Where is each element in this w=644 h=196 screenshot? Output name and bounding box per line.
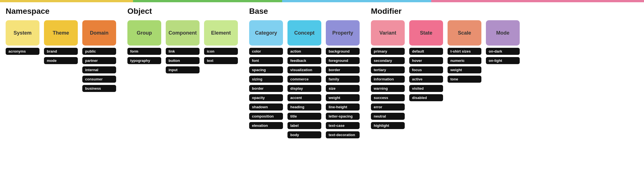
tag-internal: internal	[82, 66, 116, 73]
section-separator	[238, 7, 249, 138]
column-modifier-1: Statedefaulthoverfocusactivevisiteddisab…	[409, 20, 443, 129]
category-box-group: Group	[127, 20, 161, 46]
tag-body: body	[287, 131, 321, 138]
tag-input: input	[166, 66, 200, 73]
tag-composition: composition	[249, 113, 283, 120]
tag-line-height: line-height	[326, 103, 360, 111]
column-namespace-2: Domainpublicpartnerinternalconsumerbusin…	[82, 20, 116, 92]
section-object: ObjectGroupformtypographyComponentlinkbu…	[127, 7, 238, 138]
tag-commerce: commerce	[287, 76, 321, 83]
tag-visualization: visualization	[287, 66, 321, 73]
tag-t-shirt-sizes: t-shirt sizes	[448, 48, 481, 55]
tag-opacity: opacity	[249, 94, 283, 101]
tag-active: active	[409, 76, 443, 83]
tag-text-case: text-case	[326, 122, 360, 129]
tag-hover: hover	[409, 57, 443, 64]
tag-visited: visited	[409, 85, 443, 92]
tag-focus: focus	[409, 66, 443, 73]
tag-family: family	[326, 76, 360, 83]
tag-brand: brand	[44, 48, 78, 55]
section-title-base: Base	[249, 7, 360, 16]
tag-acronyms: acronyms	[6, 48, 39, 55]
tag-tone: tone	[448, 76, 481, 83]
tag-tertiary: tertiary	[371, 66, 405, 73]
tag-secondary: secondary	[371, 57, 405, 64]
section-columns-base: Categorycolorfontspacingsizingborderopac…	[249, 20, 360, 138]
tag-highlight: highlight	[371, 122, 405, 129]
tag-numeric: numeric	[448, 57, 481, 64]
tag-letter-spacing: letter-spacing	[326, 113, 360, 120]
tag-title: title	[287, 113, 321, 120]
column-object-1: Componentlinkbuttoninput	[166, 20, 200, 73]
tag-label: label	[287, 122, 321, 129]
tag-text-decoration: text-decoration	[326, 131, 360, 138]
tag-sizing: sizing	[249, 76, 283, 83]
column-base-1: Conceptactionfeedbackvisualizationcommer…	[287, 20, 321, 138]
column-namespace-0: Systemacronyms	[6, 20, 39, 92]
tag-text: text	[204, 57, 238, 64]
main-container: NamespaceSystemacronymsThemebrandmodeDom…	[0, 2, 644, 144]
category-box-variant: Variant	[371, 20, 405, 46]
section-title-object: Object	[127, 7, 238, 16]
tag-color: color	[249, 48, 283, 55]
tag-public: public	[82, 48, 116, 55]
category-box-domain: Domain	[82, 20, 116, 46]
tag-on-light: on-light	[486, 57, 520, 64]
tag-form: form	[127, 48, 161, 55]
tag-default: default	[409, 48, 443, 55]
column-modifier-0: Variantprimarysecondarytertiaryinformati…	[371, 20, 405, 129]
tag-success: success	[371, 94, 405, 101]
top-bars	[0, 0, 644, 2]
column-namespace-1: Themebrandmode	[44, 20, 78, 92]
section-namespace: NamespaceSystemacronymsThemebrandmodeDom…	[6, 7, 116, 138]
section-columns-namespace: SystemacronymsThemebrandmodeDomainpublic…	[6, 20, 116, 92]
tag-elevation: elevation	[249, 122, 283, 129]
section-columns-modifier: Variantprimarysecondarytertiaryinformati…	[371, 20, 520, 129]
category-box-concept: Concept	[287, 20, 321, 46]
tag-link: link	[166, 48, 200, 55]
tag-information: information	[371, 76, 405, 83]
category-box-state: State	[409, 20, 443, 46]
section-separator	[360, 7, 371, 138]
column-modifier-2: Scalet-shirt sizesnumericweighttone	[448, 20, 481, 129]
section-modifier: ModifierVariantprimarysecondarytertiaryi…	[371, 7, 520, 138]
tag-on-dark: on-dark	[486, 48, 520, 55]
category-box-component: Component	[166, 20, 200, 46]
tag-size: size	[326, 85, 360, 92]
column-object-0: Groupformtypography	[127, 20, 161, 73]
tag-foreground: foreground	[326, 57, 360, 64]
tag-spacing: spacing	[249, 66, 283, 73]
tag-icon: icon	[204, 48, 238, 55]
category-box-property: Property	[326, 20, 360, 46]
tag-weight: weight	[326, 94, 360, 101]
tag-accent: accent	[287, 94, 321, 101]
tag-error: error	[371, 103, 405, 111]
tag-border: border	[326, 66, 360, 73]
column-base-2: Propertybackgroundforegroundborderfamily…	[326, 20, 360, 138]
tag-action: action	[287, 48, 321, 55]
category-box-category: Category	[249, 20, 283, 46]
section-title-namespace: Namespace	[6, 7, 116, 16]
section-separator	[116, 7, 127, 138]
tag-font: font	[249, 57, 283, 64]
tag-business: business	[82, 85, 116, 92]
column-modifier-3: Modeon-darkon-light	[486, 20, 520, 129]
tag-weight: weight	[448, 66, 481, 73]
tag-background: background	[326, 48, 360, 55]
tag-heading: heading	[287, 103, 321, 111]
category-box-mode: Mode	[486, 20, 520, 46]
tag-disabled: disabled	[409, 94, 443, 101]
section-title-modifier: Modifier	[371, 7, 520, 16]
tag-consumer: consumer	[82, 76, 116, 83]
tag-primary: primary	[371, 48, 405, 55]
tag-typography: typography	[127, 57, 161, 64]
tag-shadown: shadown	[249, 103, 283, 111]
category-box-theme: Theme	[44, 20, 78, 46]
category-box-system: System	[6, 20, 39, 46]
tag-feedback: feedback	[287, 57, 321, 64]
tag-partner: partner	[82, 57, 116, 64]
tag-warning: warning	[371, 85, 405, 92]
tag-button: button	[166, 57, 200, 64]
column-base-0: Categorycolorfontspacingsizingborderopac…	[249, 20, 283, 138]
tag-display: display	[287, 85, 321, 92]
